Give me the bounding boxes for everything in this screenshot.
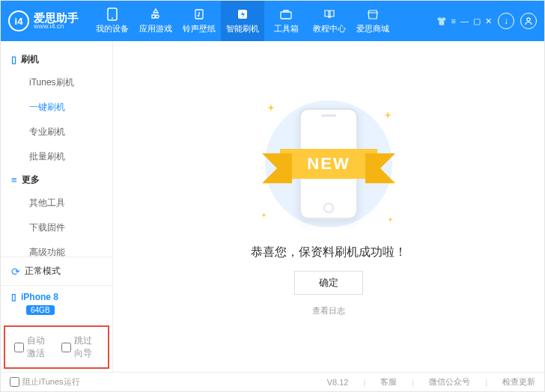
nav-apps[interactable]: 应用游戏	[134, 1, 177, 41]
status-bar: 阻止iTunes运行 V8.12 | 客服 | 微信公众号 | 检查更新	[1, 372, 544, 391]
success-illustration: NEW	[246, 97, 411, 231]
music-icon	[192, 7, 206, 21]
svg-rect-5	[281, 12, 291, 19]
nav-tutorial[interactable]: 教程中心	[308, 1, 351, 41]
sidebar-item-other-tools[interactable]: 其他工具	[1, 191, 112, 215]
skip-wizard-checkbox[interactable]: 跳过向导	[61, 334, 100, 360]
app-url: www.i4.cn	[34, 23, 79, 30]
maximize-button[interactable]: ▢	[473, 16, 481, 26]
sidebar-group-more: ≡ 更多	[1, 169, 112, 191]
block-itunes-checkbox[interactable]: 阻止iTunes运行	[10, 376, 80, 388]
auto-activate-checkbox[interactable]: 自动激活	[14, 334, 52, 360]
phone-icon	[106, 7, 119, 21]
flash-icon	[236, 7, 249, 21]
svg-point-6	[527, 18, 530, 21]
list-icon: ≡	[11, 174, 17, 186]
sidebar-item-advanced[interactable]: 高级功能	[1, 240, 112, 257]
support-link[interactable]: 客服	[380, 376, 397, 388]
phone-outline-icon: ▯	[11, 54, 16, 65]
sidebar-item-batch-flash[interactable]: 批量刷机	[1, 144, 112, 169]
app-name: 爱思助手	[34, 12, 79, 23]
confirm-button[interactable]: 确定	[294, 271, 363, 295]
check-update-link[interactable]: 检查更新	[502, 376, 535, 388]
user-button[interactable]	[520, 13, 537, 29]
close-button[interactable]: ✕	[485, 16, 492, 26]
wechat-link[interactable]: 微信公众号	[429, 376, 470, 388]
apps-icon	[149, 7, 162, 21]
svg-point-1	[112, 18, 113, 19]
nav-flash[interactable]: 智能刷机	[221, 1, 264, 41]
minimize-button[interactable]: —	[460, 16, 469, 26]
nav-tabs: 我的设备 应用游戏 铃声壁纸 智能刷机	[91, 1, 395, 41]
sidebar-item-download-firmware[interactable]: 下载固件	[1, 215, 112, 240]
mode-status[interactable]: ⟳ 正常模式	[1, 257, 112, 285]
nav-toolbox[interactable]: 工具箱	[264, 1, 308, 41]
version-label: V8.12	[327, 378, 349, 387]
nav-ringtones[interactable]: 铃声壁纸	[177, 1, 221, 41]
device-icon: ▯	[11, 292, 16, 302]
app-logo: i4 爱思助手 www.i4.cn	[1, 10, 91, 31]
main-content: NEW 恭喜您，保资料刷机成功啦！ 确定 查看日志	[113, 41, 544, 372]
nav-my-device[interactable]: 我的设备	[91, 1, 134, 41]
nav-store[interactable]: 爱思商城	[351, 1, 395, 41]
sidebar-item-oneclick-flash[interactable]: 一键刷机	[1, 95, 112, 120]
shop-icon	[366, 7, 380, 21]
book-icon	[323, 7, 336, 21]
shirt-icon[interactable]: 👕	[436, 16, 447, 26]
menu-icon[interactable]: ≡	[451, 16, 456, 26]
title-bar: i4 爱思助手 www.i4.cn 我的设备 应用游戏	[1, 1, 544, 41]
new-ribbon: NEW	[280, 149, 377, 179]
svg-point-3	[198, 15, 200, 17]
device-info[interactable]: ▯ iPhone 8 64GB	[1, 285, 112, 322]
success-message: 恭喜您，保资料刷机成功啦！	[251, 245, 407, 260]
toolbox-icon	[279, 7, 293, 21]
device-name: iPhone 8	[21, 292, 58, 302]
storage-badge: 64GB	[26, 305, 55, 315]
refresh-icon: ⟳	[11, 266, 20, 278]
sidebar-group-flash: ▯ 刷机	[1, 49, 112, 70]
logo-icon: i4	[8, 10, 29, 31]
view-log-link[interactable]: 查看日志	[312, 305, 345, 316]
sidebar-item-pro-flash[interactable]: 专业刷机	[1, 120, 112, 144]
download-button[interactable]: ↓	[498, 13, 514, 29]
sidebar: ▯ 刷机 iTunes刷机 一键刷机 专业刷机 批量刷机 ≡ 更多 其他工具 下…	[1, 41, 113, 372]
highlighted-options: 自动激活 跳过向导	[4, 325, 109, 369]
sidebar-item-itunes-flash[interactable]: iTunes刷机	[1, 70, 112, 95]
